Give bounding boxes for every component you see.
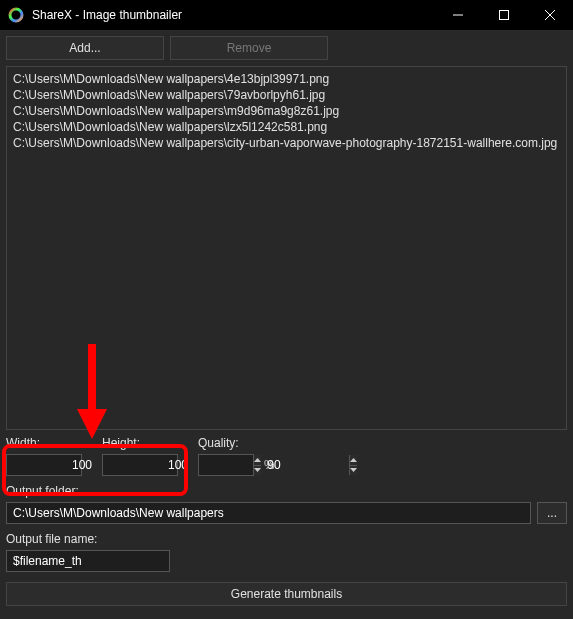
percent-label: % xyxy=(264,458,275,472)
list-item[interactable]: C:\Users\M\Downloads\New wallpapers\m9d9… xyxy=(13,103,560,119)
window-title: ShareX - Image thumbnailer xyxy=(32,8,435,22)
minimize-button[interactable] xyxy=(435,0,481,30)
width-label: Width: xyxy=(6,436,82,450)
height-spinner[interactable] xyxy=(102,454,178,476)
width-spinner[interactable] xyxy=(6,454,82,476)
quality-label: Quality: xyxy=(198,436,254,450)
remove-button[interactable]: Remove xyxy=(170,36,328,60)
sharex-app-icon xyxy=(8,7,24,23)
svg-point-0 xyxy=(10,9,22,21)
svg-rect-2 xyxy=(500,11,509,20)
close-button[interactable] xyxy=(527,0,573,30)
output-folder-label: Output folder: xyxy=(6,484,567,498)
browse-folder-button[interactable]: ... xyxy=(537,502,567,524)
maximize-button[interactable] xyxy=(481,0,527,30)
quality-down-button[interactable] xyxy=(350,466,357,476)
list-item[interactable]: C:\Users\M\Downloads\New wallpapers\79av… xyxy=(13,87,560,103)
list-item[interactable]: C:\Users\M\Downloads\New wallpapers\4e13… xyxy=(13,71,560,87)
output-filename-input[interactable] xyxy=(6,550,170,572)
file-list[interactable]: C:\Users\M\Downloads\New wallpapers\4e13… xyxy=(6,66,567,430)
list-item[interactable]: C:\Users\M\Downloads\New wallpapers\lzx5… xyxy=(13,119,560,135)
generate-thumbnails-button[interactable]: Generate thumbnails xyxy=(6,582,567,606)
titlebar: ShareX - Image thumbnailer xyxy=(0,0,573,30)
window-controls xyxy=(435,0,573,30)
height-label: Height: xyxy=(102,436,178,450)
svg-marker-10 xyxy=(350,468,357,472)
quality-spinner[interactable] xyxy=(198,454,254,476)
add-button[interactable]: Add... xyxy=(6,36,164,60)
svg-marker-9 xyxy=(350,458,357,462)
list-item[interactable]: C:\Users\M\Downloads\New wallpapers\city… xyxy=(13,135,560,151)
quality-up-button[interactable] xyxy=(350,455,357,466)
output-folder-input[interactable] xyxy=(6,502,531,524)
output-filename-label: Output file name: xyxy=(6,532,567,546)
